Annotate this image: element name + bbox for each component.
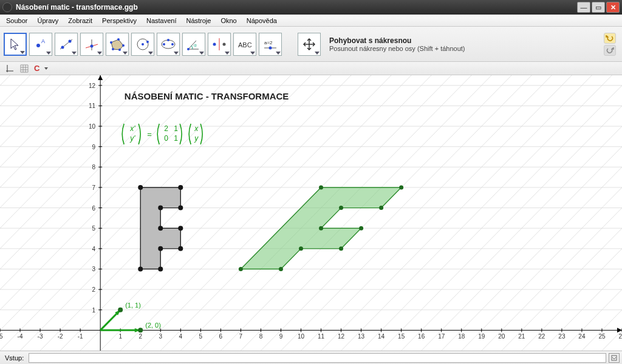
svg-line-66 <box>361 75 622 351</box>
svg-text:25: 25 <box>598 333 606 340</box>
svg-line-45 <box>0 75 211 351</box>
svg-text:19: 19 <box>478 333 485 340</box>
tool-polygon[interactable] <box>106 33 129 56</box>
svg-point-205 <box>158 266 163 271</box>
menu-nastaveni[interactable]: Nastavení <box>144 16 179 25</box>
redo-button[interactable] <box>604 45 616 56</box>
svg-point-206 <box>239 267 243 271</box>
tool-ellipse[interactable] <box>157 33 180 56</box>
plot-canvas: -5-4-3-2-1123456789101112131415161718192… <box>0 75 622 351</box>
record-c-icon[interactable]: C <box>34 64 39 73</box>
svg-point-204 <box>158 246 163 251</box>
svg-line-71 <box>462 75 622 351</box>
ellipse-icon <box>160 37 177 52</box>
svg-point-24 <box>213 42 216 46</box>
svg-point-213 <box>339 246 343 251</box>
svg-text:20: 20 <box>498 333 505 340</box>
svg-rect-224 <box>612 356 617 360</box>
svg-point-19 <box>171 43 174 46</box>
svg-point-210 <box>339 206 343 210</box>
svg-text:12: 12 <box>89 83 96 89</box>
svg-text:8: 8 <box>92 164 96 170</box>
svg-line-41 <box>0 75 131 351</box>
svg-text:-4: -4 <box>18 333 23 340</box>
redo-icon <box>606 47 614 54</box>
svg-line-59 <box>220 75 491 351</box>
graphics-view[interactable]: -5-4-3-2-1123456789101112131415161718192… <box>0 75 622 351</box>
tool-move-view[interactable] <box>298 33 321 56</box>
svg-text:12: 12 <box>338 333 345 340</box>
svg-text:6: 6 <box>219 333 223 340</box>
tool-hint-title: Pohybovat s nákresnou <box>329 36 601 45</box>
svg-text:22: 22 <box>538 333 545 340</box>
svg-point-9 <box>112 48 114 50</box>
menu-okno[interactable]: Okno <box>218 16 239 25</box>
menu-napoveda[interactable]: Nápověda <box>244 16 279 25</box>
svg-text:14: 14 <box>378 333 385 340</box>
menu-upravy[interactable]: Úpravy <box>35 16 61 25</box>
svg-point-199 <box>178 206 183 211</box>
svg-text:5: 5 <box>199 333 203 340</box>
svg-text:4: 4 <box>179 333 183 340</box>
window-minimize-button[interactable]: — <box>577 2 590 13</box>
tool-slider[interactable]: a=2 <box>259 33 282 56</box>
svg-text:10: 10 <box>89 123 96 130</box>
tool-move[interactable] <box>4 33 27 56</box>
tool-angle[interactable]: α <box>182 33 205 56</box>
svg-point-0 <box>36 44 40 47</box>
svg-line-65 <box>341 75 612 351</box>
window-close-button[interactable]: ✕ <box>606 2 620 13</box>
tool-line[interactable] <box>55 33 78 56</box>
menu-soubor[interactable]: Soubor <box>4 16 30 25</box>
svg-line-48 <box>0 75 271 351</box>
svg-line-76 <box>562 75 622 351</box>
tool-perpendicular[interactable] <box>80 33 103 56</box>
command-input[interactable] <box>29 353 606 363</box>
svg-point-196 <box>138 266 143 271</box>
svg-text:24: 24 <box>578 333 586 340</box>
svg-line-50 <box>40 75 311 351</box>
menu-nastroje[interactable]: Nástroje <box>183 16 213 25</box>
svg-point-203 <box>178 246 183 251</box>
svg-text:6: 6 <box>92 205 96 212</box>
menu-zobrazit[interactable]: Zobrazit <box>66 16 95 25</box>
svg-point-7 <box>91 44 94 47</box>
svg-point-15 <box>142 43 144 46</box>
svg-text:4: 4 <box>92 246 96 252</box>
tool-point[interactable]: A <box>29 33 52 56</box>
axes-icon[interactable] <box>5 64 15 73</box>
grid-icon[interactable] <box>19 64 29 73</box>
svg-point-18 <box>163 43 165 46</box>
svg-point-208 <box>399 185 403 189</box>
view-toolbar-dropdown-icon[interactable] <box>44 67 48 70</box>
input-help-button[interactable] <box>609 353 620 363</box>
svg-text:α: α <box>194 42 197 48</box>
svg-text:1: 1 <box>174 134 178 143</box>
tool-hint-desc: Posunout nákresny nebo osy (Shift + táhn… <box>329 45 601 52</box>
svg-line-51 <box>60 75 331 351</box>
svg-text:9: 9 <box>279 333 283 340</box>
tool-reflect[interactable] <box>208 33 231 56</box>
help-dropdown-icon <box>611 355 617 361</box>
svg-point-11 <box>117 38 120 41</box>
svg-text:2: 2 <box>138 333 142 340</box>
angle-icon: α <box>185 37 202 52</box>
tool-text[interactable]: ABC <box>233 33 256 56</box>
svg-text:5: 5 <box>92 225 96 232</box>
svg-point-16 <box>146 41 149 43</box>
tool-circle[interactable] <box>131 33 154 56</box>
svg-text:a=2: a=2 <box>264 40 273 46</box>
svg-text:18: 18 <box>458 333 465 340</box>
svg-text:-3: -3 <box>38 333 43 340</box>
svg-text:ABC: ABC <box>238 41 252 49</box>
undo-button[interactable] <box>604 33 616 44</box>
svg-text:y': y' <box>129 134 135 143</box>
menu-perspektivy[interactable]: Perspektivy <box>100 16 139 25</box>
svg-text:-5: -5 <box>0 333 3 340</box>
svg-point-198 <box>178 185 183 190</box>
window-maximize-button[interactable]: ▭ <box>592 2 605 13</box>
svg-line-60 <box>241 75 511 351</box>
svg-text:15: 15 <box>398 333 405 340</box>
svg-point-20 <box>167 39 169 41</box>
move-view-icon <box>301 37 318 52</box>
